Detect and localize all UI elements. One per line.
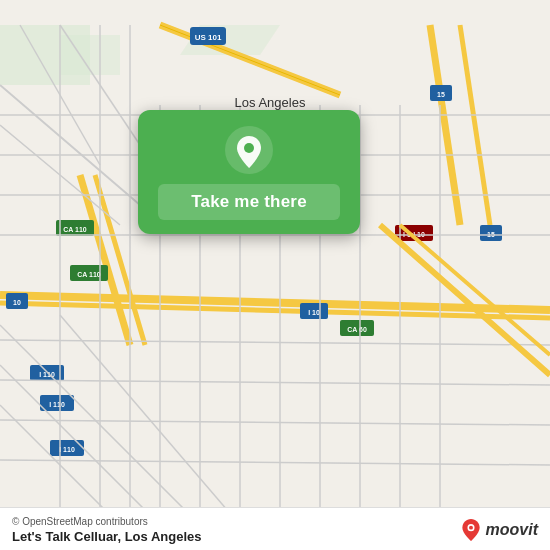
- location-label: Let's Talk Celluar, Los Angeles: [12, 529, 201, 544]
- bottom-bar-info: © OpenStreetMap contributors Let's Talk …: [12, 516, 201, 544]
- svg-text:CA 60: CA 60: [347, 326, 367, 333]
- svg-text:I 110: I 110: [59, 446, 75, 453]
- svg-point-69: [469, 526, 473, 530]
- svg-text:I 10: I 10: [308, 309, 320, 316]
- svg-text:I 110: I 110: [49, 401, 65, 408]
- moovit-pin-icon: [460, 519, 482, 541]
- map-attribution: © OpenStreetMap contributors: [12, 516, 201, 527]
- location-pin-icon: [225, 126, 273, 174]
- svg-text:Los Angeles: Los Angeles: [235, 95, 306, 110]
- bottom-bar: © OpenStreetMap contributors Let's Talk …: [0, 507, 550, 550]
- svg-text:CA 110: CA 110: [63, 226, 87, 233]
- svg-text:US 101: US 101: [195, 33, 222, 42]
- popup-card: Take me there: [138, 110, 360, 234]
- svg-text:CA 110: CA 110: [77, 271, 101, 278]
- svg-point-67: [244, 143, 254, 153]
- moovit-label: moovit: [486, 521, 538, 539]
- svg-text:10: 10: [13, 299, 21, 306]
- moovit-logo: moovit: [460, 519, 538, 541]
- map-container: US 101 15 10 I 10 CA 110 CA 110 I 110 I …: [0, 0, 550, 550]
- svg-text:15: 15: [437, 91, 445, 98]
- map-svg: US 101 15 10 I 10 CA 110 CA 110 I 110 I …: [0, 0, 550, 550]
- take-me-there-button[interactable]: Take me there: [158, 184, 340, 220]
